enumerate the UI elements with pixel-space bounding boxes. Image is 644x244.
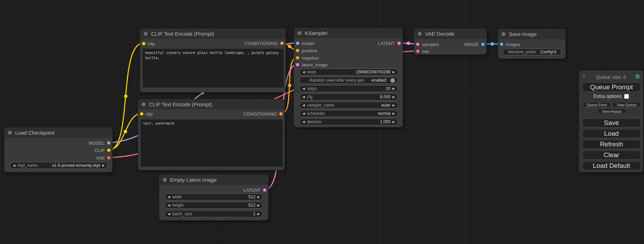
- random-seed-toggle-widget[interactable]: Random seed after every gen enabled: [299, 77, 398, 84]
- output-slot-vae[interactable]: VAE: [96, 155, 111, 160]
- output-port-icon[interactable]: [107, 148, 111, 152]
- input-port-icon[interactable]: [296, 63, 299, 66]
- output-port-icon[interactable]: [107, 141, 111, 145]
- node-load-checkpoint[interactable]: Load Checkpoint MODEL CLIP VAE ◀ ckpt_na…: [4, 127, 113, 172]
- input-port-icon[interactable]: [416, 49, 420, 53]
- steps-number-widget[interactable]: ◀ steps 20 ▶: [299, 85, 398, 92]
- save-button[interactable]: Save: [582, 118, 641, 127]
- increment-arrow-icon[interactable]: ▶: [392, 104, 395, 107]
- decrement-arrow-icon[interactable]: ◀: [168, 196, 170, 199]
- input-port-icon[interactable]: [296, 49, 299, 52]
- toggle-enabled-icon[interactable]: [390, 78, 395, 83]
- collapse-dot-icon[interactable]: [418, 32, 422, 36]
- node-title-bar[interactable]: CLIP Text Encode (Prompt): [140, 29, 285, 39]
- decrement-arrow-icon[interactable]: ◀: [302, 112, 305, 115]
- input-slot-positive[interactable]: positive: [296, 48, 317, 53]
- increment-arrow-icon[interactable]: ▶: [392, 87, 395, 90]
- cfg-number-widget[interactable]: ◀ cfg 8.000 ▶: [299, 93, 398, 100]
- output-slot-image[interactable]: IMAGE: [464, 42, 485, 47]
- output-slot-conditioning[interactable]: CONDITIONING: [245, 41, 284, 46]
- decrement-arrow-icon[interactable]: ◀: [302, 96, 305, 99]
- height-number-widget[interactable]: ◀ height 512 ▶: [165, 202, 263, 209]
- node-title-bar[interactable]: VAE Decode: [414, 29, 486, 39]
- view-queue-button[interactable]: View Queue: [612, 102, 641, 107]
- node-title-bar[interactable]: Empty Latent Image: [159, 175, 268, 185]
- load-button[interactable]: Load: [582, 129, 641, 138]
- input-port-icon[interactable]: [296, 42, 299, 45]
- increment-arrow-icon[interactable]: ▶: [392, 112, 395, 115]
- input-slot-vae[interactable]: vae: [416, 49, 429, 54]
- input-port-icon[interactable]: [142, 42, 145, 45]
- decrement-arrow-icon[interactable]: ◀: [302, 120, 305, 124]
- input-slot-samples[interactable]: samples: [416, 42, 439, 47]
- decrement-arrow-icon[interactable]: ◀: [13, 164, 15, 167]
- output-port-icon[interactable]: [397, 42, 401, 45]
- collapse-dot-icon[interactable]: [298, 31, 301, 35]
- increment-arrow-icon[interactable]: ▶: [392, 71, 395, 74]
- load-default-button[interactable]: Load Default: [582, 161, 641, 170]
- width-number-widget[interactable]: ◀ width 512 ▶: [165, 193, 263, 200]
- input-slot-clip[interactable]: clip: [140, 111, 153, 116]
- settings-gear-icon[interactable]: ⚙: [635, 73, 640, 80]
- input-port-icon[interactable]: [416, 43, 420, 46]
- input-slot-clip[interactable]: clip: [142, 41, 155, 46]
- output-port-icon[interactable]: [279, 112, 283, 116]
- increment-arrow-icon[interactable]: ▶: [257, 213, 260, 216]
- increment-arrow-icon[interactable]: ▶: [392, 120, 395, 124]
- filename-prefix-text-widget[interactable]: filename_prefix ComfyUI: [503, 48, 562, 55]
- clear-button[interactable]: Clear: [582, 151, 641, 160]
- queue-front-button[interactable]: Queue Front: [583, 102, 611, 107]
- output-slot-model[interactable]: MODEL: [89, 141, 111, 145]
- output-port-icon[interactable]: [107, 156, 111, 160]
- collapse-dot-icon[interactable]: [144, 32, 148, 36]
- output-port-icon[interactable]: [263, 188, 266, 192]
- seed-number-widget[interactable]: ◀ seed 156680208700286 ▶: [299, 69, 398, 75]
- sampler-name-combo-widget[interactable]: ◀ sampler_name euler ▶: [299, 102, 398, 109]
- node-empty-latent-image[interactable]: Empty Latent Image LATENT ◀ width 512 ▶ …: [159, 174, 268, 220]
- node-clip-text-encode-negative[interactable]: CLIP Text Encode (Prompt) clip CONDITION…: [138, 99, 285, 170]
- node-clip-text-encode-positive[interactable]: CLIP Text Encode (Prompt) clip CONDITION…: [140, 28, 286, 92]
- increment-arrow-icon[interactable]: ▶: [102, 164, 105, 167]
- input-slot-negative[interactable]: negative: [296, 55, 319, 60]
- decrement-arrow-icon[interactable]: ◀: [302, 104, 305, 107]
- ckpt-name-combo-widget[interactable]: ◀ ckpt_name v1-5-pruned-emaonly.ckpt ▶: [10, 162, 108, 169]
- extra-options-checkbox[interactable]: [624, 94, 629, 99]
- refresh-button[interactable]: Refresh: [582, 140, 641, 149]
- output-slot-clip[interactable]: CLIP: [95, 148, 111, 153]
- node-graph-canvas[interactable]: CLIP Text Encode (Prompt) clip CONDITION…: [0, 0, 644, 244]
- output-slot-latent[interactable]: LATENT: [244, 188, 266, 192]
- input-port-icon[interactable]: [140, 112, 143, 116]
- input-port-icon[interactable]: [296, 56, 299, 60]
- input-port-icon[interactable]: [500, 43, 503, 46]
- output-port-icon[interactable]: [481, 43, 485, 46]
- node-save-image[interactable]: Save Image images filename_prefix ComfyU…: [498, 29, 566, 59]
- increment-arrow-icon[interactable]: ▶: [257, 196, 260, 199]
- collapse-dot-icon[interactable]: [163, 178, 167, 182]
- collapse-dot-icon[interactable]: [142, 102, 145, 106]
- scheduler-combo-widget[interactable]: ◀ scheduler normal ▶: [299, 110, 398, 117]
- decrement-arrow-icon[interactable]: ◀: [302, 87, 305, 90]
- batch-size-number-widget[interactable]: ◀ batch_size 1 ▶: [165, 210, 263, 217]
- output-slot-conditioning[interactable]: CONDITIONING: [244, 111, 283, 116]
- increment-arrow-icon[interactable]: ▶: [257, 204, 260, 207]
- node-title-bar[interactable]: CLIP Text Encode (Prompt): [138, 99, 284, 109]
- drag-handle-icon[interactable]: ⠿: [582, 73, 585, 79]
- prompt-text-area[interactable]: beautiful scenery nature glass bottle la…: [143, 49, 284, 88]
- decrement-arrow-icon[interactable]: ◀: [302, 71, 305, 74]
- output-port-icon[interactable]: [280, 42, 284, 45]
- collapse-dot-icon[interactable]: [502, 32, 505, 36]
- prompt-text-area[interactable]: text, watermark: [141, 119, 283, 166]
- increment-arrow-icon[interactable]: ▶: [392, 96, 395, 99]
- input-slot-latent-image[interactable]: latent_image: [296, 62, 327, 67]
- node-vae-decode[interactable]: VAE Decode samples vae IMAGE: [414, 28, 487, 55]
- node-title-bar[interactable]: Load Checkpoint: [5, 128, 112, 138]
- node-ksampler[interactable]: KSampler model positive negative latent_…: [294, 28, 403, 127]
- node-title-bar[interactable]: KSampler: [294, 28, 403, 38]
- collapse-dot-icon[interactable]: [8, 131, 12, 135]
- decrement-arrow-icon[interactable]: ◀: [168, 204, 170, 207]
- view-history-button[interactable]: View History: [597, 109, 626, 114]
- input-slot-model[interactable]: model: [296, 41, 314, 46]
- output-slot-latent[interactable]: LATENT: [378, 41, 401, 46]
- input-slot-images[interactable]: images: [500, 42, 520, 47]
- queue-prompt-button[interactable]: Queue Prompt: [582, 82, 641, 92]
